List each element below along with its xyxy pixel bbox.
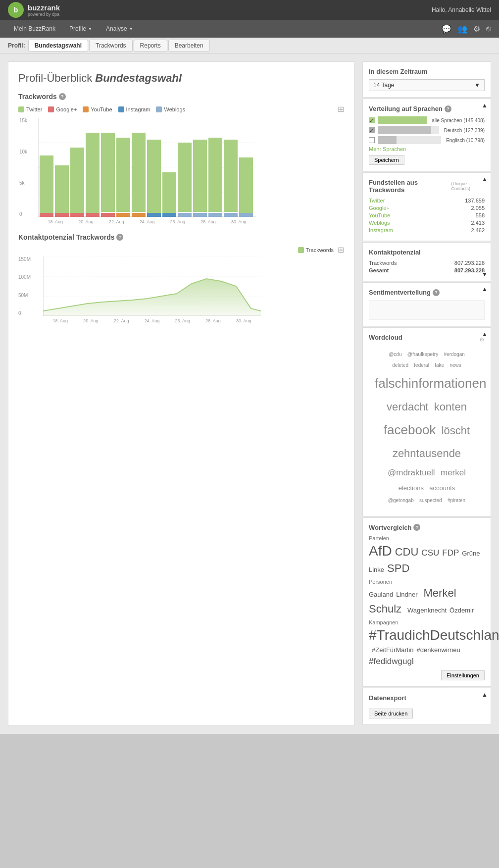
- area-x-label-5: 28. Aug: [198, 318, 229, 323]
- wv-linke[interactable]: Linke: [369, 566, 384, 573]
- info-icon-kontakt[interactable]: ?: [116, 234, 123, 241]
- wv-zeitfurmartin[interactable]: #ZeitFürMartin: [372, 646, 414, 654]
- area-chart-expand-icon[interactable]: ⊞: [338, 245, 344, 255]
- wc-word-news[interactable]: news: [449, 361, 461, 370]
- wv-csu[interactable]: CSU: [421, 548, 439, 558]
- lang-checkbox-0[interactable]: ✓: [369, 117, 375, 123]
- wv-afd[interactable]: AfD: [369, 543, 392, 559]
- subnav-item-trackwords[interactable]: Trackwords: [89, 40, 133, 51]
- mehr-sprachen-link[interactable]: Mehr Sprachen: [369, 146, 485, 152]
- wv-spd[interactable]: SPD: [387, 562, 409, 575]
- scroll-up-arrow-wc[interactable]: ▲: [482, 331, 488, 338]
- scroll-down-arrow[interactable]: ▼: [482, 271, 488, 278]
- users-icon[interactable]: 👥: [457, 24, 467, 34]
- bar-y-axis: 15k 10k 5k 0: [19, 118, 27, 217]
- svg-rect-24: [101, 213, 115, 217]
- wc-word-elections[interactable]: elections: [399, 482, 424, 494]
- wv-denkenwirneu[interactable]: #denkenwirneu: [417, 646, 460, 654]
- subnav-item-bundestagswahl[interactable]: Bundestagswahl: [28, 40, 88, 51]
- scroll-up-arrow[interactable]: ▲: [482, 102, 488, 109]
- wc-word-piraten[interactable]: #piraten: [448, 496, 465, 505]
- trackwords-title: Trackwords ?: [18, 93, 344, 101]
- lang-checkbox-2[interactable]: [369, 137, 375, 143]
- nav-item-analyse[interactable]: Analyse ▼: [100, 22, 139, 35]
- fund-label-3[interactable]: Weblogs: [369, 220, 390, 226]
- info-icon-sprachen[interactable]: ?: [445, 105, 451, 112]
- svg-rect-6: [40, 155, 53, 217]
- wc-word-erdogan[interactable]: #erdogan: [444, 350, 465, 359]
- wc-word-federal[interactable]: federal: [414, 361, 429, 370]
- wc-word-getongab[interactable]: @getongab: [388, 496, 414, 505]
- fund-label-2[interactable]: YouTube: [369, 212, 390, 218]
- seite-drucken-button[interactable]: Seite drucken: [369, 709, 413, 718]
- speichern-button[interactable]: Speichern: [369, 155, 404, 165]
- fundstellen-subtitle: (Unique Contacts): [451, 181, 485, 191]
- wc-word-verdacht[interactable]: verdacht: [387, 397, 428, 417]
- scroll-up-arrow-fund[interactable]: ▲: [482, 176, 488, 183]
- wc-word-suspected[interactable]: suspected: [419, 496, 442, 505]
- wv-traudich[interactable]: #TraudichDeutschland: [369, 627, 499, 643]
- logout-icon[interactable]: ⎋: [486, 24, 491, 33]
- sprachen-section: ▲ Verteilung auf Sprachen ? ✓ alle Sprac…: [362, 99, 491, 171]
- fund-label-1[interactable]: Google+: [369, 205, 390, 211]
- chat-icon[interactable]: 💬: [442, 24, 451, 34]
- scroll-up-arrow-sent[interactable]: ▲: [482, 286, 488, 293]
- wc-word-konten[interactable]: konten: [434, 397, 467, 417]
- wc-word-zehntausende[interactable]: zehntausende: [393, 444, 461, 463]
- area-legend-color: [298, 247, 304, 253]
- wc-word-fake[interactable]: fake: [435, 361, 444, 370]
- nav-item-meinbuzzrank[interactable]: Mein BuzzRank: [8, 22, 61, 35]
- wc-word-falschinformationen[interactable]: falschinformationen: [375, 372, 486, 395]
- area-y-50m: 50M: [18, 293, 31, 298]
- legend-label-youtube: YouTube: [91, 106, 112, 112]
- subnav-item-reports[interactable]: Reports: [134, 40, 167, 51]
- wv-fedidwgugl[interactable]: #fedidwgugl: [369, 657, 414, 666]
- wc-word-deleted[interactable]: deleted: [392, 361, 408, 370]
- wv-wagenknecht[interactable]: Wagenknecht: [407, 607, 447, 614]
- info-icon-sentiment[interactable]: ?: [433, 289, 440, 296]
- wv-merkel[interactable]: Merkel: [424, 587, 456, 600]
- area-chart-svg: [43, 256, 261, 316]
- fund-label-4[interactable]: Instagram: [369, 227, 393, 233]
- wc-word-facebook[interactable]: facebook: [384, 418, 436, 442]
- info-icon-trackwords[interactable]: ?: [59, 93, 66, 100]
- wv-fdp[interactable]: FDP: [442, 548, 459, 558]
- wc-word-accounts[interactable]: accounts: [429, 482, 455, 494]
- wc-word-loescht[interactable]: löscht: [442, 421, 470, 441]
- legend-item-youtube: YouTube: [83, 104, 112, 114]
- chart-legend: Twitter Google+ YouTube Instagram Weblog…: [18, 104, 344, 114]
- scroll-up-arrow-daten[interactable]: ▲: [482, 691, 488, 698]
- fund-label-0[interactable]: Twitter: [369, 198, 385, 204]
- subnav-item-bearbeiten[interactable]: Bearbeiten: [168, 40, 210, 51]
- area-chart-wrapper: 150M 100M 50M 0: [43, 256, 344, 324]
- wv-ozdemir[interactable]: Özdemir: [449, 607, 474, 614]
- einstellungen-button[interactable]: Einstellungen: [441, 670, 485, 680]
- wv-schulz[interactable]: Schulz: [369, 603, 401, 615]
- y-label-10k: 10k: [19, 149, 27, 154]
- wc-word-cdu[interactable]: @cdu: [389, 350, 401, 359]
- legend-color-instagram: [118, 106, 124, 112]
- kont-value-0: 807.293.228: [454, 260, 485, 266]
- chart-expand-icon[interactable]: ⊞: [338, 104, 344, 114]
- nav-item-profile[interactable]: Profile ▼: [63, 22, 98, 35]
- info-icon-wortvergleich[interactable]: ?: [413, 524, 420, 531]
- svg-rect-21: [55, 213, 69, 217]
- svg-rect-14: [162, 172, 176, 217]
- wc-word-merkel[interactable]: merkel: [441, 465, 466, 481]
- legend-color-twitter: [18, 106, 24, 112]
- wv-gauland[interactable]: Gauland: [369, 591, 393, 598]
- wc-word-mdraktuell[interactable]: @mdraktuell: [388, 465, 435, 481]
- time-dropdown[interactable]: 14 Tage ▼: [369, 79, 485, 91]
- area-x-label-2: 22. Aug: [106, 318, 137, 323]
- wv-lindner[interactable]: Lindner: [396, 591, 417, 598]
- kont-row-0: Trackwords 807.293.228: [369, 260, 485, 266]
- lang-checkbox-1[interactable]: ✓: [369, 127, 375, 133]
- settings-icon[interactable]: ⚙: [473, 24, 480, 34]
- legend-item-googleplus: Google+: [48, 104, 77, 114]
- wv-grune[interactable]: Grüne: [462, 550, 480, 557]
- legend-item-weblogs: Weblogs: [156, 104, 185, 114]
- wc-word-fraulkepetry[interactable]: @fraulkepetry: [407, 350, 438, 359]
- kontaktpotenzial-right-section: ▼ Kontaktpotenzial Trackwords 807.293.22…: [362, 242, 491, 281]
- bar-chart-svg: [38, 118, 256, 217]
- wv-cdu[interactable]: CDU: [395, 546, 419, 559]
